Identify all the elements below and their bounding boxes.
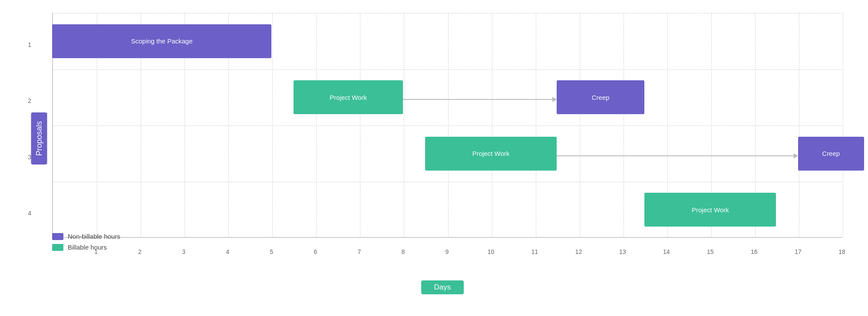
y-axis-label: Proposals bbox=[31, 112, 47, 165]
grid-v-line-8 bbox=[404, 13, 404, 237]
x-tick-3: 3 bbox=[182, 248, 185, 255]
grid-h-line-1 bbox=[53, 69, 842, 70]
grid-h-line-2 bbox=[53, 125, 842, 126]
grid-v-line-5 bbox=[272, 13, 273, 237]
x-tick-4: 4 bbox=[226, 248, 229, 255]
arrow-head-arrow1 bbox=[552, 97, 557, 102]
x-tick-14: 14 bbox=[663, 248, 670, 255]
bar-bar3: Creep bbox=[557, 80, 644, 114]
y-tick-1: 1 bbox=[28, 41, 31, 48]
x-tick-13: 13 bbox=[619, 248, 626, 255]
legend-item-nonbillable: Non-billable hours bbox=[52, 233, 120, 240]
bar-bar4: Project Work bbox=[425, 137, 557, 171]
chart-area: Proposals 1234 1234567891011121314151617… bbox=[52, 13, 842, 264]
chart-container: Proposals 1234 1234567891011121314151617… bbox=[0, 0, 868, 316]
grid-v-line-12 bbox=[580, 13, 580, 237]
legend-color-billable bbox=[52, 244, 63, 251]
x-tick-9: 9 bbox=[446, 248, 449, 255]
grid-v-line-9 bbox=[448, 13, 449, 237]
grid-v-line-10 bbox=[492, 13, 492, 237]
x-tick-10: 10 bbox=[488, 248, 495, 255]
x-tick-18: 18 bbox=[838, 248, 845, 255]
legend-label-billable: Billable hours bbox=[68, 244, 107, 251]
legend-label-nonbillable: Non-billable hours bbox=[68, 233, 120, 240]
x-tick-12: 12 bbox=[575, 248, 582, 255]
y-tick-2: 2 bbox=[28, 97, 31, 104]
x-tick-6: 6 bbox=[314, 248, 317, 255]
y-tick-4: 4 bbox=[28, 210, 31, 217]
grid-v-line-7 bbox=[360, 13, 360, 237]
bar-bar5: Creep bbox=[798, 137, 864, 171]
grid-h-line-3 bbox=[53, 182, 842, 182]
bar-bar2: Project Work bbox=[294, 80, 403, 114]
legend-item-billable: Billable hours bbox=[52, 244, 120, 251]
x-tick-17: 17 bbox=[795, 248, 802, 255]
x-tick-2: 2 bbox=[138, 248, 142, 255]
x-tick-7: 7 bbox=[357, 248, 361, 255]
legend-color-nonbillable bbox=[52, 233, 63, 240]
grid-v-line-11 bbox=[536, 13, 536, 237]
arrow-line-arrow2 bbox=[557, 155, 794, 156]
grid-h-line-0 bbox=[53, 13, 842, 13]
arrow-arrow1 bbox=[403, 97, 557, 102]
grid-v-line-13 bbox=[624, 13, 624, 237]
grid-v-line-6 bbox=[316, 13, 317, 237]
bar-bar6: Project Work bbox=[644, 193, 776, 227]
grid-v-line-17 bbox=[799, 13, 799, 237]
x-tick-8: 8 bbox=[402, 248, 405, 255]
days-label: Days bbox=[421, 280, 464, 294]
x-tick-16: 16 bbox=[751, 248, 758, 255]
x-tick-5: 5 bbox=[270, 248, 273, 255]
arrow-line-arrow1 bbox=[403, 99, 552, 100]
grid-v-line-18 bbox=[843, 13, 843, 237]
bar-bar1: Scoping the Package bbox=[52, 24, 271, 58]
arrow-arrow2 bbox=[557, 153, 798, 158]
x-tick-11: 11 bbox=[531, 248, 538, 255]
arrow-head-arrow2 bbox=[794, 153, 798, 158]
x-tick-15: 15 bbox=[707, 248, 714, 255]
y-tick-3: 3 bbox=[28, 154, 31, 161]
chart-legend: Non-billable hours Billable hours bbox=[52, 233, 120, 251]
